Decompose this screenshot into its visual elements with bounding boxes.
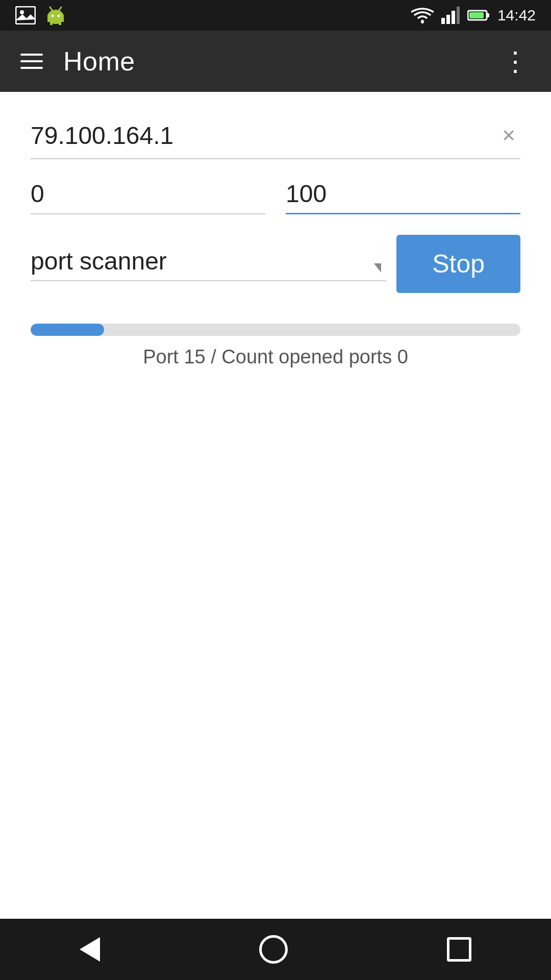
progress-status-text: Port 15 / Count opened ports 0 <box>31 346 520 368</box>
android-icon <box>46 6 65 25</box>
svg-rect-11 <box>441 18 445 24</box>
scanner-type-input[interactable] <box>31 247 386 275</box>
recent-apps-button[interactable] <box>447 937 471 962</box>
back-arrow-icon <box>80 937 100 962</box>
app-bar-left: Home <box>20 46 135 77</box>
status-bar: 14:42 <box>0 0 551 31</box>
more-options-icon[interactable]: ⋮ <box>502 48 531 75</box>
svg-rect-13 <box>452 11 455 24</box>
recent-square-icon <box>447 937 471 962</box>
main-content: × Stop Port 15 / Count opened ports 0 <box>0 92 551 409</box>
dropdown-arrow-icon <box>374 263 381 273</box>
port-range-row <box>31 180 520 214</box>
svg-rect-5 <box>59 21 61 25</box>
signal-icon <box>441 7 460 24</box>
svg-rect-14 <box>457 7 460 24</box>
battery-icon <box>467 10 490 21</box>
app-title: Home <box>63 46 135 77</box>
svg-rect-3 <box>47 15 64 22</box>
stop-button[interactable]: Stop <box>396 235 520 293</box>
port-start-wrapper <box>31 180 265 214</box>
status-time: 14:42 <box>497 7 536 24</box>
port-end-wrapper <box>286 180 520 214</box>
navigation-bar <box>0 919 551 980</box>
clear-icon[interactable]: × <box>497 117 520 153</box>
svg-point-6 <box>52 15 54 17</box>
hamburger-menu-icon[interactable] <box>20 54 43 69</box>
svg-rect-16 <box>487 13 489 17</box>
svg-point-1 <box>20 10 24 14</box>
svg-point-10 <box>421 20 424 23</box>
scanner-type-wrapper <box>31 247 386 281</box>
gallery-icon <box>15 6 36 24</box>
action-row: Stop <box>31 235 520 293</box>
wifi-icon <box>411 7 434 24</box>
status-bar-left <box>15 6 65 25</box>
progress-bar-fill <box>31 324 104 336</box>
ip-address-input[interactable] <box>31 121 497 150</box>
svg-rect-4 <box>50 21 53 25</box>
ip-address-row: × <box>31 117 520 159</box>
app-bar: Home ⋮ <box>0 31 551 92</box>
svg-line-9 <box>59 7 61 11</box>
home-button[interactable] <box>259 935 288 964</box>
svg-rect-17 <box>469 12 484 18</box>
status-bar-right: 14:42 <box>411 7 536 24</box>
svg-rect-0 <box>16 7 35 24</box>
port-start-input[interactable] <box>31 180 265 213</box>
svg-point-7 <box>58 15 60 17</box>
svg-line-8 <box>50 7 53 11</box>
port-end-input[interactable] <box>286 180 520 213</box>
home-circle-icon <box>259 935 288 964</box>
progress-container: Port 15 / Count opened ports 0 <box>31 324 520 368</box>
svg-rect-12 <box>446 15 450 24</box>
progress-bar-background <box>31 324 520 336</box>
back-button[interactable] <box>80 937 100 962</box>
